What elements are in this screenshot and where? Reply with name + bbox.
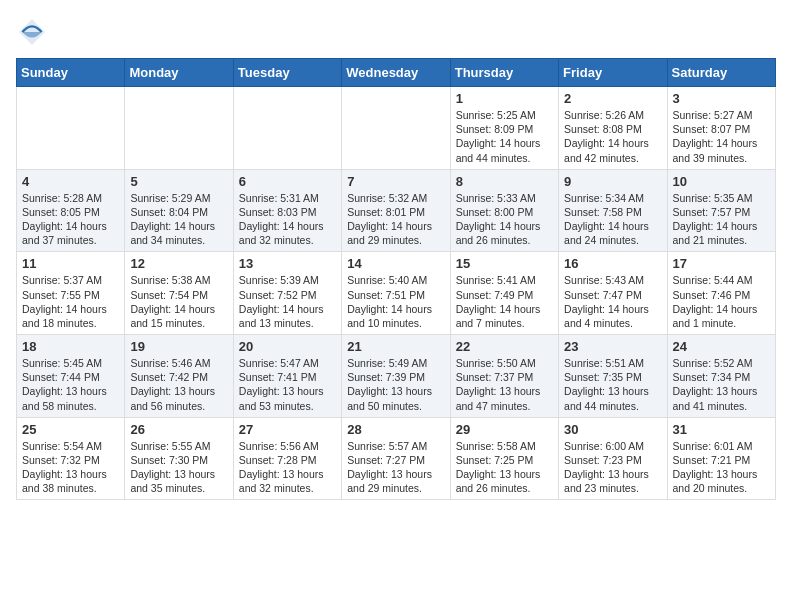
calendar-cell (233, 87, 341, 170)
day-info: Sunrise: 5:37 AM Sunset: 7:55 PM Dayligh… (22, 273, 119, 330)
day-number: 8 (456, 174, 553, 189)
calendar-week-2: 4Sunrise: 5:28 AM Sunset: 8:05 PM Daylig… (17, 169, 776, 252)
day-info: Sunrise: 5:28 AM Sunset: 8:05 PM Dayligh… (22, 191, 119, 248)
weekday-header-wednesday: Wednesday (342, 59, 450, 87)
day-number: 24 (673, 339, 770, 354)
weekday-header-row: SundayMondayTuesdayWednesdayThursdayFrid… (17, 59, 776, 87)
calendar-cell: 11Sunrise: 5:37 AM Sunset: 7:55 PM Dayli… (17, 252, 125, 335)
calendar-cell: 1Sunrise: 5:25 AM Sunset: 8:09 PM Daylig… (450, 87, 558, 170)
day-number: 31 (673, 422, 770, 437)
day-info: Sunrise: 5:54 AM Sunset: 7:32 PM Dayligh… (22, 439, 119, 496)
calendar-cell: 9Sunrise: 5:34 AM Sunset: 7:58 PM Daylig… (559, 169, 667, 252)
day-number: 13 (239, 256, 336, 271)
day-info: Sunrise: 6:01 AM Sunset: 7:21 PM Dayligh… (673, 439, 770, 496)
calendar-cell: 26Sunrise: 5:55 AM Sunset: 7:30 PM Dayli… (125, 417, 233, 500)
day-number: 6 (239, 174, 336, 189)
day-number: 16 (564, 256, 661, 271)
day-number: 1 (456, 91, 553, 106)
calendar-cell: 22Sunrise: 5:50 AM Sunset: 7:37 PM Dayli… (450, 335, 558, 418)
calendar-week-1: 1Sunrise: 5:25 AM Sunset: 8:09 PM Daylig… (17, 87, 776, 170)
calendar-cell: 14Sunrise: 5:40 AM Sunset: 7:51 PM Dayli… (342, 252, 450, 335)
day-info: Sunrise: 5:58 AM Sunset: 7:25 PM Dayligh… (456, 439, 553, 496)
day-info: Sunrise: 5:31 AM Sunset: 8:03 PM Dayligh… (239, 191, 336, 248)
weekday-header-saturday: Saturday (667, 59, 775, 87)
day-info: Sunrise: 5:50 AM Sunset: 7:37 PM Dayligh… (456, 356, 553, 413)
day-info: Sunrise: 5:39 AM Sunset: 7:52 PM Dayligh… (239, 273, 336, 330)
calendar-cell: 18Sunrise: 5:45 AM Sunset: 7:44 PM Dayli… (17, 335, 125, 418)
day-info: Sunrise: 5:57 AM Sunset: 7:27 PM Dayligh… (347, 439, 444, 496)
day-info: Sunrise: 5:41 AM Sunset: 7:49 PM Dayligh… (456, 273, 553, 330)
day-info: Sunrise: 5:35 AM Sunset: 7:57 PM Dayligh… (673, 191, 770, 248)
calendar-cell: 25Sunrise: 5:54 AM Sunset: 7:32 PM Dayli… (17, 417, 125, 500)
calendar-cell: 3Sunrise: 5:27 AM Sunset: 8:07 PM Daylig… (667, 87, 775, 170)
day-info: Sunrise: 5:40 AM Sunset: 7:51 PM Dayligh… (347, 273, 444, 330)
day-number: 7 (347, 174, 444, 189)
day-info: Sunrise: 5:51 AM Sunset: 7:35 PM Dayligh… (564, 356, 661, 413)
day-info: Sunrise: 5:38 AM Sunset: 7:54 PM Dayligh… (130, 273, 227, 330)
calendar-cell: 8Sunrise: 5:33 AM Sunset: 8:00 PM Daylig… (450, 169, 558, 252)
calendar-cell: 13Sunrise: 5:39 AM Sunset: 7:52 PM Dayli… (233, 252, 341, 335)
calendar-cell (125, 87, 233, 170)
day-number: 2 (564, 91, 661, 106)
day-info: Sunrise: 5:44 AM Sunset: 7:46 PM Dayligh… (673, 273, 770, 330)
day-number: 19 (130, 339, 227, 354)
day-info: Sunrise: 5:43 AM Sunset: 7:47 PM Dayligh… (564, 273, 661, 330)
calendar-cell: 27Sunrise: 5:56 AM Sunset: 7:28 PM Dayli… (233, 417, 341, 500)
day-info: Sunrise: 5:47 AM Sunset: 7:41 PM Dayligh… (239, 356, 336, 413)
day-info: Sunrise: 5:27 AM Sunset: 8:07 PM Dayligh… (673, 108, 770, 165)
calendar-cell: 20Sunrise: 5:47 AM Sunset: 7:41 PM Dayli… (233, 335, 341, 418)
day-info: Sunrise: 5:55 AM Sunset: 7:30 PM Dayligh… (130, 439, 227, 496)
calendar-table: SundayMondayTuesdayWednesdayThursdayFrid… (16, 58, 776, 500)
calendar-cell: 6Sunrise: 5:31 AM Sunset: 8:03 PM Daylig… (233, 169, 341, 252)
page-header (16, 16, 776, 48)
day-info: Sunrise: 5:33 AM Sunset: 8:00 PM Dayligh… (456, 191, 553, 248)
day-info: Sunrise: 5:32 AM Sunset: 8:01 PM Dayligh… (347, 191, 444, 248)
logo (16, 16, 52, 48)
day-number: 3 (673, 91, 770, 106)
day-number: 15 (456, 256, 553, 271)
day-number: 18 (22, 339, 119, 354)
day-number: 30 (564, 422, 661, 437)
day-number: 23 (564, 339, 661, 354)
day-number: 22 (456, 339, 553, 354)
day-info: Sunrise: 6:00 AM Sunset: 7:23 PM Dayligh… (564, 439, 661, 496)
day-number: 9 (564, 174, 661, 189)
day-number: 26 (130, 422, 227, 437)
day-number: 12 (130, 256, 227, 271)
calendar-cell: 2Sunrise: 5:26 AM Sunset: 8:08 PM Daylig… (559, 87, 667, 170)
calendar-cell (342, 87, 450, 170)
day-info: Sunrise: 5:34 AM Sunset: 7:58 PM Dayligh… (564, 191, 661, 248)
weekday-header-tuesday: Tuesday (233, 59, 341, 87)
logo-icon (16, 16, 48, 48)
day-number: 20 (239, 339, 336, 354)
day-number: 27 (239, 422, 336, 437)
day-number: 10 (673, 174, 770, 189)
calendar-cell: 7Sunrise: 5:32 AM Sunset: 8:01 PM Daylig… (342, 169, 450, 252)
day-number: 11 (22, 256, 119, 271)
calendar-week-5: 25Sunrise: 5:54 AM Sunset: 7:32 PM Dayli… (17, 417, 776, 500)
day-number: 14 (347, 256, 444, 271)
calendar-cell: 30Sunrise: 6:00 AM Sunset: 7:23 PM Dayli… (559, 417, 667, 500)
day-info: Sunrise: 5:56 AM Sunset: 7:28 PM Dayligh… (239, 439, 336, 496)
calendar-week-3: 11Sunrise: 5:37 AM Sunset: 7:55 PM Dayli… (17, 252, 776, 335)
calendar-cell: 29Sunrise: 5:58 AM Sunset: 7:25 PM Dayli… (450, 417, 558, 500)
day-info: Sunrise: 5:26 AM Sunset: 8:08 PM Dayligh… (564, 108, 661, 165)
calendar-cell: 15Sunrise: 5:41 AM Sunset: 7:49 PM Dayli… (450, 252, 558, 335)
weekday-header-thursday: Thursday (450, 59, 558, 87)
calendar-cell: 19Sunrise: 5:46 AM Sunset: 7:42 PM Dayli… (125, 335, 233, 418)
weekday-header-monday: Monday (125, 59, 233, 87)
day-number: 21 (347, 339, 444, 354)
calendar-cell: 4Sunrise: 5:28 AM Sunset: 8:05 PM Daylig… (17, 169, 125, 252)
day-number: 28 (347, 422, 444, 437)
calendar-cell (17, 87, 125, 170)
calendar-cell: 10Sunrise: 5:35 AM Sunset: 7:57 PM Dayli… (667, 169, 775, 252)
day-info: Sunrise: 5:45 AM Sunset: 7:44 PM Dayligh… (22, 356, 119, 413)
calendar-week-4: 18Sunrise: 5:45 AM Sunset: 7:44 PM Dayli… (17, 335, 776, 418)
day-info: Sunrise: 5:46 AM Sunset: 7:42 PM Dayligh… (130, 356, 227, 413)
calendar-cell: 24Sunrise: 5:52 AM Sunset: 7:34 PM Dayli… (667, 335, 775, 418)
day-number: 5 (130, 174, 227, 189)
day-info: Sunrise: 5:52 AM Sunset: 7:34 PM Dayligh… (673, 356, 770, 413)
day-info: Sunrise: 5:25 AM Sunset: 8:09 PM Dayligh… (456, 108, 553, 165)
day-number: 29 (456, 422, 553, 437)
calendar-cell: 31Sunrise: 6:01 AM Sunset: 7:21 PM Dayli… (667, 417, 775, 500)
